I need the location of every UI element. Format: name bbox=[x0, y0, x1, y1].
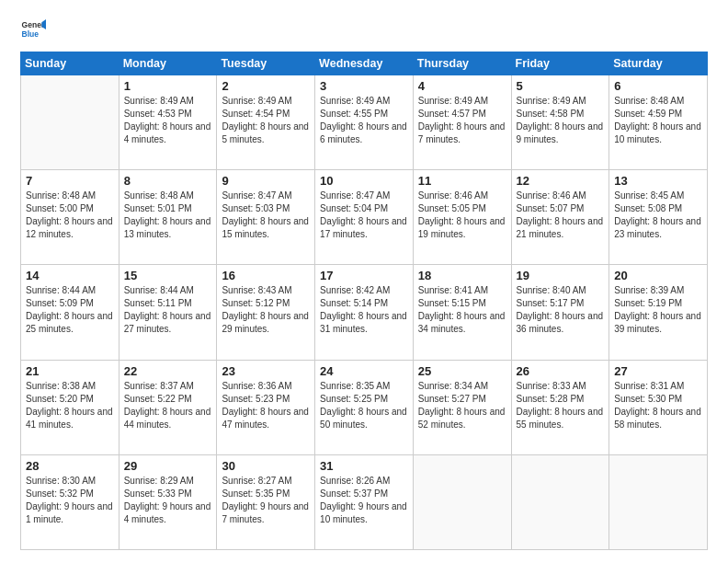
day-info: Sunrise: 8:38 AMSunset: 5:20 PMDaylight:… bbox=[26, 380, 114, 431]
day-info: Sunrise: 8:45 AMSunset: 5:08 PMDaylight:… bbox=[614, 190, 702, 241]
day-number: 21 bbox=[26, 364, 114, 378]
day-number: 13 bbox=[614, 174, 702, 188]
calendar-cell: 31Sunrise: 8:26 AMSunset: 5:37 PMDayligh… bbox=[315, 454, 414, 549]
day-info: Sunrise: 8:36 AMSunset: 5:23 PMDaylight:… bbox=[222, 380, 310, 431]
calendar-cell: 21Sunrise: 8:38 AMSunset: 5:20 PMDayligh… bbox=[21, 360, 119, 454]
day-number: 8 bbox=[124, 174, 212, 188]
week-row-2: 7Sunrise: 8:48 AMSunset: 5:00 PMDaylight… bbox=[21, 170, 708, 265]
weekday-header-saturday: Saturday bbox=[609, 52, 708, 75]
day-info: Sunrise: 8:49 AMSunset: 4:58 PMDaylight:… bbox=[517, 95, 605, 146]
day-number: 5 bbox=[517, 79, 605, 93]
calendar-cell: 5Sunrise: 8:49 AMSunset: 4:58 PMDaylight… bbox=[511, 75, 609, 170]
weekday-header-sunday: Sunday bbox=[21, 52, 119, 75]
calendar-cell: 10Sunrise: 8:47 AMSunset: 5:04 PMDayligh… bbox=[315, 170, 414, 265]
day-number: 23 bbox=[222, 364, 310, 378]
week-row-3: 14Sunrise: 8:44 AMSunset: 5:09 PMDayligh… bbox=[21, 265, 708, 360]
day-info: Sunrise: 8:48 AMSunset: 5:00 PMDaylight:… bbox=[26, 190, 114, 241]
day-number: 1 bbox=[124, 79, 212, 93]
calendar-cell: 1Sunrise: 8:49 AMSunset: 4:53 PMDaylight… bbox=[119, 75, 217, 170]
day-number: 17 bbox=[320, 269, 408, 282]
calendar-cell: 16Sunrise: 8:43 AMSunset: 5:12 PMDayligh… bbox=[217, 265, 315, 360]
calendar: SundayMondayTuesdayWednesdayThursdayFrid… bbox=[20, 52, 708, 550]
calendar-cell: 28Sunrise: 8:30 AMSunset: 5:32 PMDayligh… bbox=[21, 454, 119, 549]
calendar-cell: 9Sunrise: 8:47 AMSunset: 5:03 PMDaylight… bbox=[217, 170, 315, 265]
header: General Blue bbox=[20, 17, 708, 42]
calendar-cell: 24Sunrise: 8:35 AMSunset: 5:25 PMDayligh… bbox=[315, 360, 414, 454]
day-number: 31 bbox=[320, 459, 408, 473]
day-number: 9 bbox=[222, 174, 310, 188]
day-info: Sunrise: 8:30 AMSunset: 5:32 PMDaylight:… bbox=[26, 475, 114, 526]
calendar-cell: 27Sunrise: 8:31 AMSunset: 5:30 PMDayligh… bbox=[609, 360, 708, 454]
day-number: 6 bbox=[614, 79, 702, 93]
calendar-cell: 30Sunrise: 8:27 AMSunset: 5:35 PMDayligh… bbox=[217, 454, 315, 549]
weekday-header-row: SundayMondayTuesdayWednesdayThursdayFrid… bbox=[21, 52, 708, 75]
week-row-5: 28Sunrise: 8:30 AMSunset: 5:32 PMDayligh… bbox=[21, 454, 708, 549]
day-info: Sunrise: 8:27 AMSunset: 5:35 PMDaylight:… bbox=[222, 475, 310, 526]
day-info: Sunrise: 8:48 AMSunset: 4:59 PMDaylight:… bbox=[614, 95, 702, 146]
day-info: Sunrise: 8:47 AMSunset: 5:04 PMDaylight:… bbox=[320, 190, 408, 241]
calendar-cell bbox=[413, 454, 511, 549]
calendar-cell: 2Sunrise: 8:49 AMSunset: 4:54 PMDaylight… bbox=[217, 75, 315, 170]
calendar-cell: 8Sunrise: 8:48 AMSunset: 5:01 PMDaylight… bbox=[119, 170, 217, 265]
day-number: 25 bbox=[418, 364, 506, 378]
calendar-cell: 22Sunrise: 8:37 AMSunset: 5:22 PMDayligh… bbox=[119, 360, 217, 454]
day-number: 29 bbox=[124, 459, 212, 473]
day-info: Sunrise: 8:37 AMSunset: 5:22 PMDaylight:… bbox=[124, 380, 212, 431]
day-info: Sunrise: 8:44 AMSunset: 5:09 PMDaylight:… bbox=[26, 284, 114, 336]
day-info: Sunrise: 8:31 AMSunset: 5:30 PMDaylight:… bbox=[614, 380, 702, 431]
calendar-cell: 7Sunrise: 8:48 AMSunset: 5:00 PMDaylight… bbox=[21, 170, 119, 265]
calendar-cell: 15Sunrise: 8:44 AMSunset: 5:11 PMDayligh… bbox=[119, 265, 217, 360]
day-info: Sunrise: 8:40 AMSunset: 5:17 PMDaylight:… bbox=[517, 284, 605, 336]
day-number: 10 bbox=[320, 174, 408, 188]
calendar-cell: 11Sunrise: 8:46 AMSunset: 5:05 PMDayligh… bbox=[413, 170, 511, 265]
day-number: 2 bbox=[222, 79, 310, 93]
logo-icon: General Blue bbox=[20, 17, 46, 42]
day-number: 3 bbox=[320, 79, 408, 93]
day-number: 11 bbox=[418, 174, 506, 188]
day-number: 16 bbox=[222, 269, 310, 282]
calendar-cell: 13Sunrise: 8:45 AMSunset: 5:08 PMDayligh… bbox=[609, 170, 708, 265]
weekday-header-wednesday: Wednesday bbox=[315, 52, 414, 75]
calendar-cell: 20Sunrise: 8:39 AMSunset: 5:19 PMDayligh… bbox=[609, 265, 708, 360]
calendar-cell: 17Sunrise: 8:42 AMSunset: 5:14 PMDayligh… bbox=[315, 265, 414, 360]
day-info: Sunrise: 8:49 AMSunset: 4:55 PMDaylight:… bbox=[320, 95, 408, 146]
weekday-header-tuesday: Tuesday bbox=[217, 52, 315, 75]
day-info: Sunrise: 8:42 AMSunset: 5:14 PMDaylight:… bbox=[320, 284, 408, 336]
calendar-cell: 3Sunrise: 8:49 AMSunset: 4:55 PMDaylight… bbox=[315, 75, 414, 170]
day-number: 12 bbox=[517, 174, 605, 188]
calendar-cell: 18Sunrise: 8:41 AMSunset: 5:15 PMDayligh… bbox=[413, 265, 511, 360]
day-number: 20 bbox=[614, 269, 702, 282]
day-info: Sunrise: 8:46 AMSunset: 5:07 PMDaylight:… bbox=[517, 190, 605, 241]
calendar-cell: 26Sunrise: 8:33 AMSunset: 5:28 PMDayligh… bbox=[511, 360, 609, 454]
day-info: Sunrise: 8:34 AMSunset: 5:27 PMDaylight:… bbox=[418, 380, 506, 431]
day-info: Sunrise: 8:33 AMSunset: 5:28 PMDaylight:… bbox=[517, 380, 605, 431]
day-info: Sunrise: 8:26 AMSunset: 5:37 PMDaylight:… bbox=[320, 475, 408, 526]
day-info: Sunrise: 8:49 AMSunset: 4:57 PMDaylight:… bbox=[418, 95, 506, 146]
day-number: 28 bbox=[26, 459, 114, 473]
calendar-cell: 4Sunrise: 8:49 AMSunset: 4:57 PMDaylight… bbox=[413, 75, 511, 170]
calendar-cell bbox=[21, 75, 119, 170]
day-number: 22 bbox=[124, 364, 212, 378]
calendar-cell: 19Sunrise: 8:40 AMSunset: 5:17 PMDayligh… bbox=[511, 265, 609, 360]
day-info: Sunrise: 8:49 AMSunset: 4:53 PMDaylight:… bbox=[124, 95, 212, 146]
calendar-cell: 29Sunrise: 8:29 AMSunset: 5:33 PMDayligh… bbox=[119, 454, 217, 549]
day-info: Sunrise: 8:44 AMSunset: 5:11 PMDaylight:… bbox=[124, 284, 212, 336]
calendar-cell: 12Sunrise: 8:46 AMSunset: 5:07 PMDayligh… bbox=[511, 170, 609, 265]
day-number: 7 bbox=[26, 174, 114, 188]
week-row-4: 21Sunrise: 8:38 AMSunset: 5:20 PMDayligh… bbox=[21, 360, 708, 454]
day-info: Sunrise: 8:29 AMSunset: 5:33 PMDaylight:… bbox=[124, 475, 212, 526]
calendar-cell: 25Sunrise: 8:34 AMSunset: 5:27 PMDayligh… bbox=[413, 360, 511, 454]
day-number: 18 bbox=[418, 269, 506, 282]
weekday-header-friday: Friday bbox=[511, 52, 609, 75]
day-info: Sunrise: 8:39 AMSunset: 5:19 PMDaylight:… bbox=[614, 284, 702, 336]
calendar-cell bbox=[609, 454, 708, 549]
calendar-cell bbox=[511, 454, 609, 549]
svg-text:Blue: Blue bbox=[22, 29, 40, 39]
day-info: Sunrise: 8:48 AMSunset: 5:01 PMDaylight:… bbox=[124, 190, 212, 241]
weekday-header-monday: Monday bbox=[119, 52, 217, 75]
day-number: 4 bbox=[418, 79, 506, 93]
day-number: 15 bbox=[124, 269, 212, 282]
week-row-1: 1Sunrise: 8:49 AMSunset: 4:53 PMDaylight… bbox=[21, 75, 708, 170]
day-number: 14 bbox=[26, 269, 114, 282]
day-info: Sunrise: 8:35 AMSunset: 5:25 PMDaylight:… bbox=[320, 380, 408, 431]
